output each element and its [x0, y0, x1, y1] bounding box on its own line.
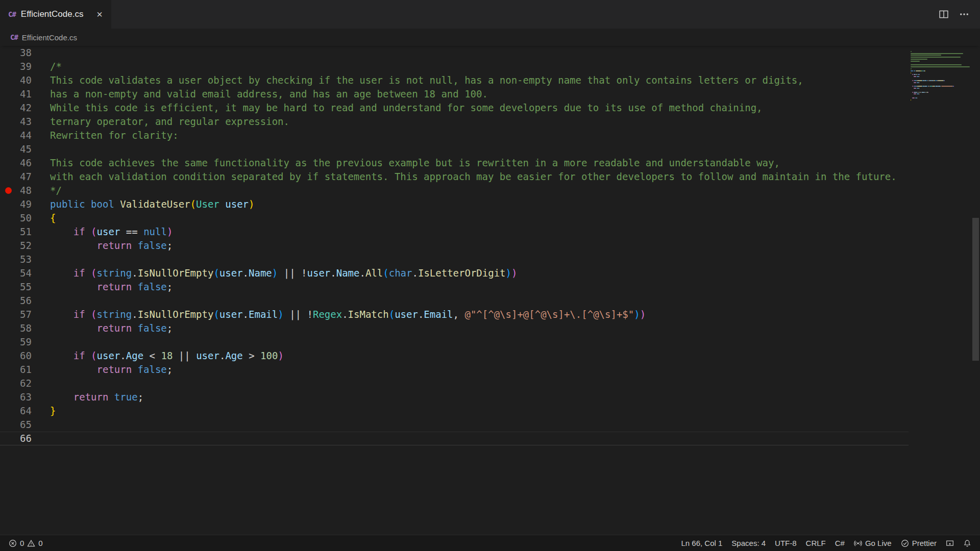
code-line[interactable]: 55 return false; [0, 280, 909, 294]
code-line[interactable]: 62 [0, 377, 909, 390]
line-number[interactable]: 58 [18, 321, 32, 335]
line-number[interactable]: 62 [18, 377, 32, 390]
code-line[interactable]: 38 [0, 46, 909, 60]
status-eol[interactable]: CRLF [801, 535, 830, 551]
breakpoint-margin[interactable] [0, 280, 18, 294]
code-line[interactable]: 52 return false; [0, 239, 909, 253]
code-line[interactable]: 43ternary operator, and regular expressi… [0, 115, 909, 129]
tab-efficientcode[interactable]: C# EfficientCode.cs × [0, 0, 111, 29]
breakpoint-margin[interactable] [0, 404, 18, 418]
code-line[interactable]: 47with each validation condition separat… [0, 170, 909, 184]
breakpoint-margin[interactable] [0, 390, 18, 404]
code-line[interactable]: 46This code achieves the same functional… [0, 156, 909, 170]
status-screencast[interactable] [941, 535, 959, 551]
breakpoint-margin[interactable] [0, 87, 18, 101]
line-number[interactable]: 54 [18, 266, 32, 280]
breakpoint-margin[interactable] [0, 156, 18, 170]
line-number[interactable]: 53 [18, 253, 32, 266]
line-number[interactable]: 60 [18, 349, 32, 363]
breakpoint-margin[interactable] [0, 239, 18, 253]
breakpoint-margin[interactable] [0, 294, 18, 308]
breakpoint-margin[interactable] [0, 115, 18, 129]
breakpoint-margin[interactable] [0, 308, 18, 321]
code-line[interactable]: 63 return true; [0, 390, 909, 404]
code-line[interactable]: 61 return false; [0, 363, 909, 377]
breakpoint-margin[interactable] [0, 170, 18, 184]
breakpoint-margin[interactable] [0, 46, 18, 60]
status-language-mode[interactable]: C# [830, 535, 849, 551]
line-number[interactable]: 61 [18, 363, 32, 377]
line-number[interactable]: 45 [18, 142, 32, 156]
breakpoint-margin[interactable] [0, 101, 18, 115]
line-number[interactable]: 59 [18, 335, 32, 349]
line-number[interactable]: 66 [18, 432, 32, 445]
status-notifications[interactable] [959, 535, 976, 551]
breakpoint-margin[interactable] [0, 363, 18, 377]
breakpoint-margin[interactable] [0, 225, 18, 239]
breakpoint-margin[interactable] [0, 335, 18, 349]
breakpoint-margin[interactable] [0, 432, 18, 445]
line-number[interactable]: 41 [18, 87, 32, 101]
breakpoint-margin[interactable] [0, 142, 18, 156]
code-line[interactable]: 57 if (string.IsNullOrEmpty(user.Email) … [0, 308, 909, 321]
line-number[interactable]: 42 [18, 101, 32, 115]
line-number[interactable]: 52 [18, 239, 32, 253]
line-number[interactable]: 43 [18, 115, 32, 129]
line-number[interactable]: 48 [18, 184, 32, 197]
line-number[interactable]: 63 [18, 390, 32, 404]
more-actions-icon[interactable] [957, 7, 972, 22]
code-line[interactable]: 44Rewritten for clarity: [0, 129, 909, 142]
line-number[interactable]: 51 [18, 225, 32, 239]
code-line[interactable]: 50{ [0, 211, 909, 225]
status-encoding[interactable]: UTF-8 [770, 535, 801, 551]
code-line[interactable]: 51 if (user == null) [0, 225, 909, 239]
code-line[interactable]: 40This code validates a user object by c… [0, 73, 909, 87]
status-indentation[interactable]: Spaces: 4 [727, 535, 770, 551]
scrollbar-thumb[interactable] [972, 218, 979, 361]
code-line[interactable]: 64} [0, 404, 909, 418]
line-number[interactable]: 56 [18, 294, 32, 308]
line-number[interactable]: 47 [18, 170, 32, 184]
breakpoint-margin[interactable] [0, 129, 18, 142]
code-line[interactable]: 58 return false; [0, 321, 909, 335]
tab-close-button[interactable]: × [93, 8, 106, 21]
line-number[interactable]: 50 [18, 211, 32, 225]
breakpoint-margin[interactable] [0, 418, 18, 432]
code-line[interactable]: 66 [0, 432, 909, 445]
code-line[interactable]: 65 [0, 418, 909, 432]
line-number[interactable]: 65 [18, 418, 32, 432]
code-line[interactable]: 60 if (user.Age < 18 || user.Age > 100) [0, 349, 909, 363]
code-line[interactable]: 41has a non-empty and valid email addres… [0, 87, 909, 101]
line-number[interactable]: 44 [18, 129, 32, 142]
breakpoint-margin[interactable] [0, 349, 18, 363]
status-prettier[interactable]: Prettier [896, 535, 941, 551]
code-line[interactable]: 56 [0, 294, 909, 308]
split-editor-icon[interactable] [936, 7, 951, 22]
line-number[interactable]: 64 [18, 404, 32, 418]
line-number[interactable]: 55 [18, 280, 32, 294]
line-number[interactable]: 39 [18, 60, 32, 73]
code-line[interactable]: 49public bool ValidateUser(User user) [0, 197, 909, 211]
breakpoint-margin[interactable] [0, 266, 18, 280]
breakpoint-dot[interactable] [0, 184, 18, 197]
code-line[interactable]: 39/* [0, 60, 909, 73]
code-line[interactable]: 48*/ [0, 184, 909, 197]
code-line[interactable]: 45 [0, 142, 909, 156]
breakpoint-margin[interactable] [0, 197, 18, 211]
breakpoint-margin[interactable] [0, 73, 18, 87]
minimap[interactable] [911, 49, 971, 105]
breakpoint-margin[interactable] [0, 321, 18, 335]
line-number[interactable]: 38 [18, 46, 32, 60]
status-problems[interactable]: 0 0 [4, 535, 47, 551]
status-go-live[interactable]: Go Live [849, 535, 896, 551]
breadcrumb-item-file[interactable]: EfficientCode.cs [22, 33, 77, 42]
breakpoint-margin[interactable] [0, 253, 18, 266]
vertical-scrollbar[interactable] [971, 46, 980, 535]
breakpoint-margin[interactable] [0, 211, 18, 225]
code-line[interactable]: 42While this code is efficient, it may b… [0, 101, 909, 115]
breakpoint-margin[interactable] [0, 377, 18, 390]
code-line[interactable]: 59 [0, 335, 909, 349]
line-number[interactable]: 49 [18, 197, 32, 211]
breakpoint-margin[interactable] [0, 60, 18, 73]
line-number[interactable]: 46 [18, 156, 32, 170]
